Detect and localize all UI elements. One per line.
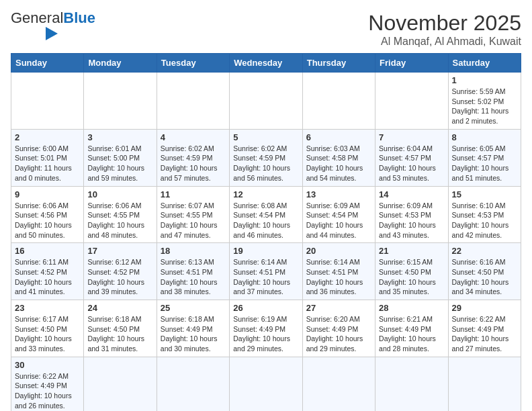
weekday-header-monday: Monday — [84, 54, 157, 73]
calendar-cell: 18Sunrise: 6:13 AMSunset: 4:51 PMDayligh… — [157, 243, 229, 300]
day-info: Sunrise: 6:02 AMSunset: 4:59 PMDaylight:… — [233, 144, 298, 183]
day-number: 27 — [306, 303, 371, 313]
day-number: 2 — [15, 132, 80, 142]
day-number: 21 — [379, 246, 444, 256]
calendar-cell: 5Sunrise: 6:02 AMSunset: 4:59 PMDaylight… — [230, 129, 302, 186]
day-number: 8 — [452, 132, 517, 142]
day-info: Sunrise: 6:03 AMSunset: 4:58 PMDaylight:… — [306, 144, 371, 183]
calendar-cell: 7Sunrise: 6:04 AMSunset: 4:57 PMDaylight… — [375, 129, 448, 186]
day-number: 9 — [15, 189, 80, 199]
day-number: 1 — [452, 75, 517, 85]
day-number: 17 — [87, 246, 152, 256]
day-info: Sunrise: 6:11 AMSunset: 4:52 PMDaylight:… — [15, 257, 80, 297]
day-info: Sunrise: 6:07 AMSunset: 4:55 PMDaylight:… — [161, 201, 226, 240]
calendar-cell: 6Sunrise: 6:03 AMSunset: 4:58 PMDaylight… — [302, 129, 375, 186]
calendar-cell: 19Sunrise: 6:14 AMSunset: 4:51 PMDayligh… — [230, 243, 302, 300]
day-number: 29 — [452, 303, 517, 313]
day-info: Sunrise: 6:22 AMSunset: 4:49 PMDaylight:… — [452, 314, 517, 354]
day-info: Sunrise: 6:20 AMSunset: 4:49 PMDaylight:… — [306, 314, 371, 354]
day-number: 26 — [233, 303, 298, 313]
calendar-week-row: 2Sunrise: 6:00 AMSunset: 5:01 PMDaylight… — [11, 129, 521, 186]
weekday-header-wednesday: Wednesday — [230, 54, 302, 73]
day-info: Sunrise: 6:08 AMSunset: 4:54 PMDaylight:… — [233, 201, 298, 240]
weekday-header-thursday: Thursday — [302, 54, 375, 73]
header: GeneralBlue November 2025 Al Manqaf, Al … — [11, 11, 521, 48]
calendar-cell — [375, 73, 448, 130]
day-info: Sunrise: 6:15 AMSunset: 4:50 PMDaylight:… — [379, 257, 444, 297]
calendar-cell: 14Sunrise: 6:09 AMSunset: 4:53 PMDayligh… — [375, 186, 448, 243]
calendar-cell — [230, 357, 302, 411]
day-number: 14 — [379, 189, 444, 199]
calendar-week-row: 30Sunrise: 6:22 AMSunset: 4:49 PMDayligh… — [11, 357, 521, 411]
day-number: 18 — [161, 246, 226, 256]
day-info: Sunrise: 6:18 AMSunset: 4:49 PMDaylight:… — [161, 314, 226, 354]
day-number: 16 — [15, 246, 80, 256]
calendar-cell — [448, 357, 521, 411]
calendar-cell: 8Sunrise: 6:05 AMSunset: 4:57 PMDaylight… — [448, 129, 521, 186]
day-number: 6 — [306, 132, 371, 142]
day-info: Sunrise: 5:59 AMSunset: 5:02 PMDaylight:… — [452, 87, 517, 126]
calendar-cell: 11Sunrise: 6:07 AMSunset: 4:55 PMDayligh… — [157, 186, 229, 243]
day-number: 7 — [379, 132, 444, 142]
calendar-cell: 29Sunrise: 6:22 AMSunset: 4:49 PMDayligh… — [448, 300, 521, 357]
day-info: Sunrise: 6:05 AMSunset: 4:57 PMDaylight:… — [452, 144, 517, 183]
calendar-cell: 22Sunrise: 6:16 AMSunset: 4:50 PMDayligh… — [448, 243, 521, 300]
calendar-cell: 30Sunrise: 6:22 AMSunset: 4:49 PMDayligh… — [11, 357, 84, 411]
day-info: Sunrise: 6:06 AMSunset: 4:55 PMDaylight:… — [87, 201, 152, 240]
day-info: Sunrise: 6:19 AMSunset: 4:49 PMDaylight:… — [233, 314, 298, 354]
calendar-cell: 23Sunrise: 6:17 AMSunset: 4:50 PMDayligh… — [11, 300, 84, 357]
location: Al Manqaf, Al Ahmadi, Kuwait — [368, 36, 521, 48]
day-number: 15 — [452, 189, 517, 199]
day-number: 28 — [379, 303, 444, 313]
day-info: Sunrise: 6:18 AMSunset: 4:50 PMDaylight:… — [87, 314, 152, 354]
day-number: 4 — [161, 132, 226, 142]
calendar-cell: 27Sunrise: 6:20 AMSunset: 4:49 PMDayligh… — [302, 300, 375, 357]
day-info: Sunrise: 6:10 AMSunset: 4:53 PMDaylight:… — [452, 201, 517, 240]
calendar: SundayMondayTuesdayWednesdayThursdayFrid… — [11, 53, 521, 411]
logo: GeneralBlue — [11, 11, 95, 40]
day-number: 11 — [161, 189, 226, 199]
day-info: Sunrise: 6:00 AMSunset: 5:01 PMDaylight:… — [15, 144, 80, 183]
logo-blue: Blue — [63, 9, 95, 26]
calendar-cell: 9Sunrise: 6:06 AMSunset: 4:56 PMDaylight… — [11, 186, 84, 243]
weekday-header-row: SundayMondayTuesdayWednesdayThursdayFrid… — [11, 54, 521, 73]
calendar-cell: 3Sunrise: 6:01 AMSunset: 5:00 PMDaylight… — [84, 129, 157, 186]
calendar-cell: 13Sunrise: 6:09 AMSunset: 4:54 PMDayligh… — [302, 186, 375, 243]
day-info: Sunrise: 6:12 AMSunset: 4:52 PMDaylight:… — [87, 257, 152, 297]
day-info: Sunrise: 6:06 AMSunset: 4:56 PMDaylight:… — [15, 201, 80, 240]
day-info: Sunrise: 6:14 AMSunset: 4:51 PMDaylight:… — [306, 257, 371, 297]
day-number: 23 — [15, 303, 80, 313]
calendar-cell — [157, 73, 229, 130]
day-info: Sunrise: 6:13 AMSunset: 4:51 PMDaylight:… — [161, 257, 226, 297]
day-info: Sunrise: 6:01 AMSunset: 5:00 PMDaylight:… — [87, 144, 152, 183]
day-number: 20 — [306, 246, 371, 256]
calendar-cell: 24Sunrise: 6:18 AMSunset: 4:50 PMDayligh… — [84, 300, 157, 357]
month-year: November 2025 — [368, 11, 521, 36]
calendar-cell — [11, 73, 84, 130]
calendar-cell: 25Sunrise: 6:18 AMSunset: 4:49 PMDayligh… — [157, 300, 229, 357]
day-number: 10 — [87, 189, 152, 199]
day-number: 5 — [233, 132, 298, 142]
calendar-cell — [302, 357, 375, 411]
calendar-week-row: 9Sunrise: 6:06 AMSunset: 4:56 PMDaylight… — [11, 186, 521, 243]
calendar-cell — [302, 73, 375, 130]
weekday-header-friday: Friday — [375, 54, 448, 73]
day-number: 12 — [233, 189, 298, 199]
calendar-cell: 4Sunrise: 6:02 AMSunset: 4:59 PMDaylight… — [157, 129, 229, 186]
calendar-cell: 17Sunrise: 6:12 AMSunset: 4:52 PMDayligh… — [84, 243, 157, 300]
calendar-cell — [157, 357, 229, 411]
day-info: Sunrise: 6:09 AMSunset: 4:54 PMDaylight:… — [306, 201, 371, 240]
calendar-week-row: 16Sunrise: 6:11 AMSunset: 4:52 PMDayligh… — [11, 243, 521, 300]
calendar-week-row: 1Sunrise: 5:59 AMSunset: 5:02 PMDaylight… — [11, 73, 521, 130]
day-number: 30 — [15, 360, 80, 370]
weekday-header-saturday: Saturday — [448, 54, 521, 73]
day-info: Sunrise: 6:09 AMSunset: 4:53 PMDaylight:… — [379, 201, 444, 240]
calendar-cell: 10Sunrise: 6:06 AMSunset: 4:55 PMDayligh… — [84, 186, 157, 243]
day-number: 25 — [161, 303, 226, 313]
calendar-cell — [375, 357, 448, 411]
day-info: Sunrise: 6:21 AMSunset: 4:49 PMDaylight:… — [379, 314, 444, 354]
day-info: Sunrise: 6:17 AMSunset: 4:50 PMDaylight:… — [15, 314, 80, 354]
calendar-cell: 15Sunrise: 6:10 AMSunset: 4:53 PMDayligh… — [448, 186, 521, 243]
day-info: Sunrise: 6:02 AMSunset: 4:59 PMDaylight:… — [161, 144, 226, 183]
day-number: 13 — [306, 189, 371, 199]
